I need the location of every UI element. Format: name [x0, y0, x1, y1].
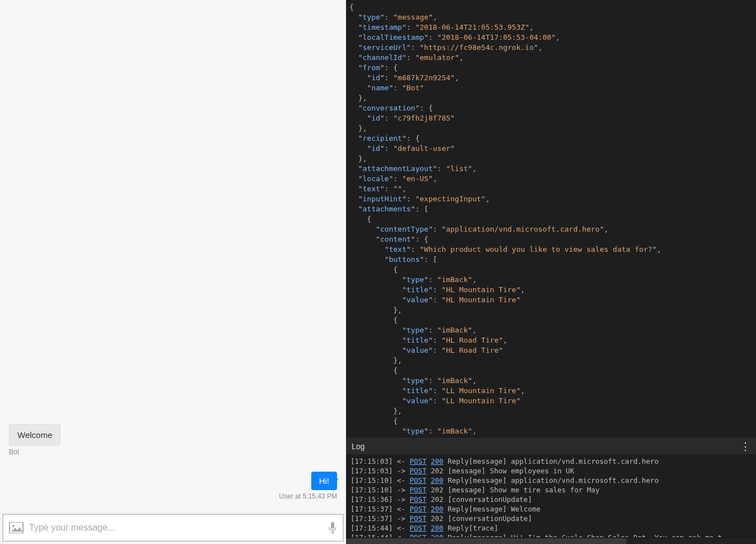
log-header: Log ⋮: [346, 438, 756, 454]
chat-panel: Welcome Bot Hi! User at 5:15:43 PM: [0, 0, 346, 544]
inspector-panel: { "type": "message", "timestamp": "2018-…: [346, 0, 756, 544]
chat-area: Welcome Bot Hi! User at 5:15:43 PM: [0, 0, 346, 511]
image-upload-icon[interactable]: [9, 522, 24, 533]
log-body[interactable]: [17:15:03] <- POST 200 Reply[message] ap…: [346, 454, 756, 537]
microphone-icon[interactable]: [328, 522, 337, 534]
bot-label: Bot: [9, 448, 61, 456]
json-inspector[interactable]: { "type": "message", "timestamp": "2018-…: [346, 0, 756, 438]
message-input[interactable]: [29, 523, 322, 533]
message-input-bar: [2, 514, 344, 542]
user-bubble[interactable]: Hi!: [311, 472, 337, 490]
log-scrollbar[interactable]: [346, 537, 756, 544]
log-title: Log: [352, 442, 365, 451]
bot-bubble[interactable]: Welcome: [9, 424, 61, 446]
svg-rect-2: [331, 522, 334, 529]
user-message[interactable]: Hi! User at 5:15:43 PM: [279, 472, 337, 500]
log-menu-icon[interactable]: ⋮: [740, 442, 750, 450]
svg-point-1: [12, 525, 15, 527]
user-label: User at 5:15:43 PM: [279, 492, 337, 500]
bot-message[interactable]: Welcome Bot: [9, 424, 61, 468]
log-scrollbar-thumb[interactable]: [346, 538, 626, 544]
